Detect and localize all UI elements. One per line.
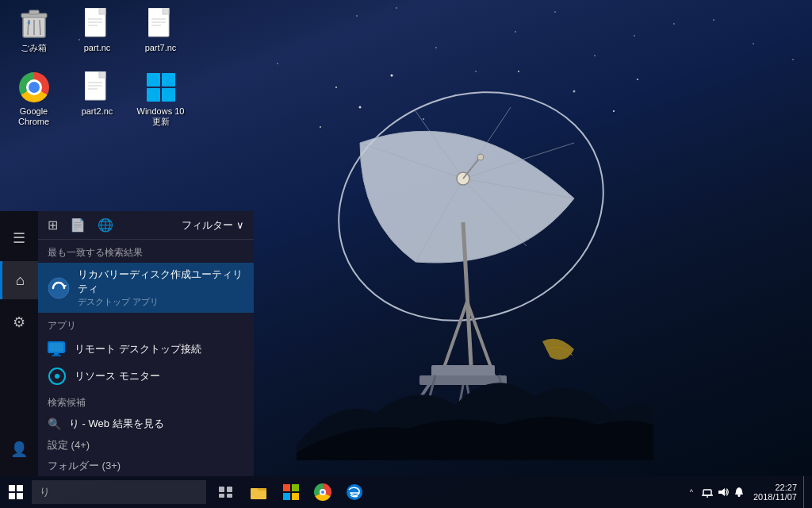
file-explorer-icon bbox=[251, 484, 268, 500]
svg-line-40 bbox=[40, 20, 40, 35]
desktop-icon-part-nc[interactable]: part.nc bbox=[67, 4, 127, 57]
part2-nc-label: part2.nc bbox=[82, 106, 113, 117]
taskbar-edge[interactable] bbox=[340, 476, 369, 508]
show-desktop-button[interactable] bbox=[803, 476, 808, 508]
svg-point-8 bbox=[423, 118, 424, 120]
recycle-bin-label: ごみ箱 bbox=[21, 43, 47, 53]
svg-rect-74 bbox=[292, 484, 299, 491]
desktop-icon-chrome[interactable]: Google Chrome bbox=[4, 67, 63, 131]
desktop-icon-part7-nc[interactable]: part7.nc bbox=[131, 4, 190, 57]
svg-point-56 bbox=[48, 278, 69, 298]
resource-monitor-label: リソース モニター bbox=[75, 369, 160, 383]
home-icon: ⌂ bbox=[16, 272, 25, 289]
svg-rect-71 bbox=[227, 494, 232, 498]
svg-rect-47 bbox=[163, 8, 169, 14]
system-clock[interactable]: 22:27 2018/11/07 bbox=[747, 476, 803, 508]
clock-date: 2018/11/07 bbox=[753, 492, 797, 502]
side-nav-user[interactable]: 👤 bbox=[0, 430, 38, 468]
side-nav-settings[interactable]: ⚙ bbox=[0, 303, 38, 341]
side-nav-hamburger[interactable]: ☰ bbox=[0, 219, 38, 257]
filter-label: フィルター bbox=[182, 218, 233, 233]
svg-point-63 bbox=[55, 374, 59, 379]
edge-icon bbox=[346, 483, 363, 501]
best-match-text: リカバリーディスク作成ユーティリティ デスクトップ アプリ bbox=[78, 267, 244, 308]
svg-rect-68 bbox=[219, 487, 224, 492]
apps-header: アプリ bbox=[38, 313, 254, 336]
svg-rect-64 bbox=[9, 485, 15, 491]
best-match-item[interactable]: リカバリーディスク作成ユーティリティ デスクトップ アプリ bbox=[38, 263, 254, 313]
search-panel: ☰ ⌂ ⚙ 👤 ⊞ 📄 🌐 フィルター ∨ bbox=[0, 211, 254, 476]
web-suggestion-item[interactable]: 🔍 り - Web 結果を見る bbox=[38, 413, 254, 435]
windows-update-label: Windows 10 更新 bbox=[135, 106, 186, 127]
task-view-icon bbox=[219, 487, 233, 498]
taskbar-chrome[interactable] bbox=[308, 476, 337, 508]
remote-desktop-icon bbox=[48, 340, 67, 359]
task-view-button[interactable] bbox=[210, 476, 242, 508]
svg-point-0 bbox=[335, 87, 337, 88]
windows-update-icon bbox=[145, 71, 177, 103]
taskbar: り bbox=[0, 476, 812, 508]
taskbar-search-query: り bbox=[40, 485, 50, 499]
app-item-resource-monitor[interactable]: リソース モニター bbox=[38, 363, 254, 390]
recovery-util-icon bbox=[48, 277, 70, 299]
svg-rect-52 bbox=[99, 71, 105, 78]
side-nav-home[interactable]: ⌂ bbox=[0, 261, 38, 299]
part7-nc-label: part7.nc bbox=[145, 43, 177, 53]
svg-rect-73 bbox=[283, 484, 290, 491]
taskbar-file-explorer[interactable] bbox=[245, 476, 274, 508]
svg-rect-66 bbox=[9, 493, 15, 499]
part2-nc-icon bbox=[82, 71, 113, 103]
taskbar-search-box[interactable]: り bbox=[32, 480, 206, 504]
part7-nc-icon bbox=[145, 8, 177, 40]
svg-rect-76 bbox=[292, 493, 299, 500]
taskbar-search-text: り bbox=[40, 485, 50, 499]
svg-rect-78 bbox=[703, 490, 711, 495]
svg-rect-65 bbox=[17, 485, 23, 491]
svg-point-3 bbox=[518, 71, 519, 72]
document-toolbar-icon[interactable]: 📄 bbox=[70, 217, 86, 233]
remote-desktop-label: リモート デスクトップ接続 bbox=[75, 342, 201, 356]
apps-toolbar-icon[interactable]: ⊞ bbox=[48, 217, 58, 233]
start-button[interactable] bbox=[0, 476, 32, 508]
taskbar-windows-store[interactable] bbox=[277, 476, 305, 508]
chrome-label: Google Chrome bbox=[8, 106, 59, 127]
satellite-dish-illustration bbox=[297, 64, 653, 460]
chevron-down-icon: ∨ bbox=[236, 219, 244, 231]
notification-icon bbox=[733, 487, 745, 498]
search-suggestion-icon: 🔍 bbox=[48, 418, 61, 430]
svg-rect-37 bbox=[29, 10, 39, 14]
tray-network[interactable] bbox=[699, 476, 715, 508]
svg-rect-67 bbox=[17, 493, 23, 499]
app-item-remote-desktop[interactable]: リモート デスクトップ接続 bbox=[38, 336, 254, 363]
svg-rect-42 bbox=[99, 8, 105, 14]
tray-chevron[interactable]: ^ bbox=[684, 476, 699, 508]
search-toolbar: ⊞ 📄 🌐 フィルター ∨ bbox=[38, 211, 254, 240]
tray-notification[interactable] bbox=[731, 476, 747, 508]
desktop-icon-windows-update[interactable]: Windows 10 更新 bbox=[131, 67, 190, 131]
windows-store-icon bbox=[283, 484, 299, 500]
svg-point-77 bbox=[347, 484, 362, 500]
desktop-icon-part2-nc[interactable]: part2.nc bbox=[67, 67, 127, 131]
globe-toolbar-icon[interactable]: 🌐 bbox=[98, 217, 113, 233]
tray-volume[interactable] bbox=[715, 476, 731, 508]
filter-button[interactable]: フィルター ∨ bbox=[182, 218, 244, 233]
svg-point-10 bbox=[637, 79, 638, 80]
svg-point-5 bbox=[613, 110, 615, 112]
desktop: ごみ箱 part.nc bbox=[0, 0, 812, 508]
clock-time: 22:27 bbox=[775, 483, 797, 492]
search-content: ⊞ 📄 🌐 フィルター ∨ 最も一致する検索結果 bbox=[38, 211, 254, 476]
volume-icon bbox=[717, 487, 730, 498]
taskbar-app-icons bbox=[242, 476, 372, 508]
desktop-icon-recycle-bin[interactable]: ごみ箱 bbox=[4, 4, 63, 57]
svg-rect-61 bbox=[52, 355, 61, 356]
folders-item[interactable]: フォルダー (3+) bbox=[38, 456, 254, 476]
system-tray: ^ bbox=[684, 476, 812, 508]
svg-point-1 bbox=[391, 75, 393, 77]
settings-item[interactable]: 設定 (4+) bbox=[38, 435, 254, 456]
svg-point-6 bbox=[320, 126, 321, 128]
svg-point-21 bbox=[477, 154, 484, 160]
chrome-icon bbox=[18, 71, 50, 103]
resource-monitor-icon bbox=[48, 367, 67, 386]
user-icon: 👤 bbox=[10, 441, 28, 458]
hamburger-icon: ☰ bbox=[13, 229, 25, 247]
